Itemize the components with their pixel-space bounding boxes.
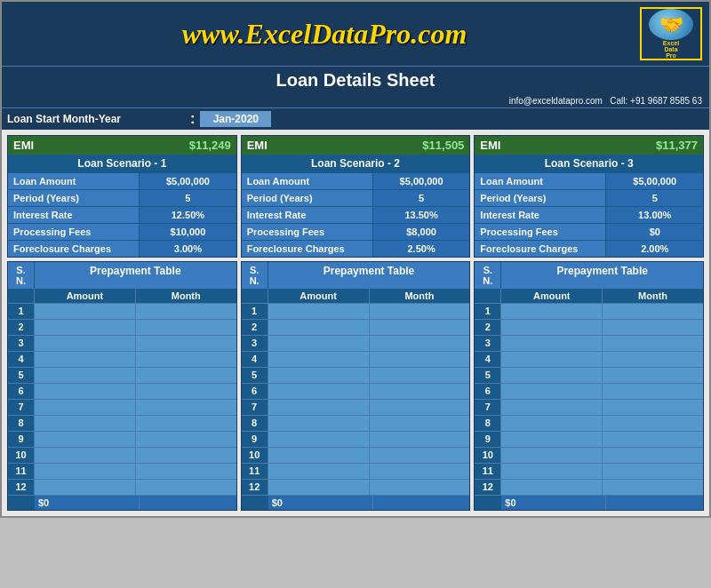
data-value[interactable]: 2.50% bbox=[373, 241, 470, 257]
prepayment-data-row: 11 bbox=[8, 463, 236, 479]
prep-month[interactable] bbox=[603, 416, 703, 431]
contact-info: info@exceldatapro.com Call: +91 9687 858… bbox=[2, 94, 709, 107]
prep-month[interactable] bbox=[136, 400, 236, 415]
prep-month[interactable] bbox=[136, 336, 236, 351]
prep-sn: 4 bbox=[8, 352, 35, 367]
prep-month[interactable] bbox=[603, 352, 703, 367]
prep-month[interactable] bbox=[136, 384, 236, 399]
prep-amount[interactable] bbox=[35, 352, 136, 367]
prep-amount[interactable] bbox=[35, 416, 136, 431]
data-label: Period (Years) bbox=[475, 190, 606, 206]
prep-amount[interactable] bbox=[501, 352, 603, 367]
prep-month[interactable] bbox=[370, 448, 470, 463]
prep-amount[interactable] bbox=[501, 464, 603, 479]
prep-month[interactable] bbox=[370, 368, 470, 383]
prep-month[interactable] bbox=[603, 432, 703, 447]
loan-start-value[interactable]: Jan-2020 bbox=[200, 111, 271, 127]
prep-amount[interactable] bbox=[35, 432, 136, 447]
prep-amount[interactable] bbox=[268, 384, 370, 399]
prep-month[interactable] bbox=[370, 304, 470, 319]
prep-month[interactable] bbox=[136, 304, 236, 319]
prep-amount[interactable] bbox=[35, 384, 136, 399]
prep-amount[interactable] bbox=[501, 384, 603, 399]
prep-month[interactable] bbox=[136, 352, 236, 367]
prep-month[interactable] bbox=[603, 400, 703, 415]
prep-amount[interactable] bbox=[501, 432, 603, 447]
prep-amount[interactable] bbox=[35, 320, 136, 335]
prep-amount[interactable] bbox=[35, 464, 136, 479]
prep-amount[interactable] bbox=[268, 464, 370, 479]
prep-amount[interactable] bbox=[35, 304, 136, 319]
data-value[interactable]: $8,000 bbox=[373, 224, 470, 240]
prepayment-data-row: 7 bbox=[8, 399, 236, 415]
prep-sn: 1 bbox=[8, 304, 35, 319]
prep-amount[interactable] bbox=[268, 336, 370, 351]
prep-amount[interactable] bbox=[35, 448, 136, 463]
prep-month[interactable] bbox=[370, 480, 470, 495]
prep-month[interactable] bbox=[603, 480, 703, 495]
prep-amount[interactable] bbox=[501, 320, 603, 335]
prep-amount[interactable] bbox=[35, 336, 136, 351]
prep-amount[interactable] bbox=[268, 448, 370, 463]
prep-month[interactable] bbox=[603, 320, 703, 335]
data-value[interactable]: 3.00% bbox=[140, 241, 236, 257]
data-value[interactable]: 5 bbox=[606, 190, 703, 206]
prep-month[interactable] bbox=[136, 368, 236, 383]
prep-amount[interactable] bbox=[35, 480, 136, 495]
prep-month[interactable] bbox=[136, 416, 236, 431]
data-value[interactable]: 5 bbox=[373, 190, 470, 206]
prep-month[interactable] bbox=[603, 448, 703, 463]
prep-month[interactable] bbox=[370, 464, 470, 479]
data-value[interactable]: $10,000 bbox=[140, 224, 236, 240]
prep-amount[interactable] bbox=[35, 400, 136, 415]
prep-month[interactable] bbox=[136, 464, 236, 479]
prep-month[interactable] bbox=[603, 384, 703, 399]
prep-amount[interactable] bbox=[35, 368, 136, 383]
prep-amount[interactable] bbox=[268, 320, 370, 335]
prep-amount[interactable] bbox=[501, 480, 603, 495]
data-value[interactable]: 13.50% bbox=[373, 207, 470, 223]
prep-month[interactable] bbox=[370, 320, 470, 335]
col-sn bbox=[475, 289, 501, 303]
data-value[interactable]: 13.00% bbox=[606, 207, 703, 223]
prep-month[interactable] bbox=[370, 432, 470, 447]
prep-amount[interactable] bbox=[501, 368, 603, 383]
prep-amount[interactable] bbox=[501, 448, 603, 463]
data-value[interactable]: $5,00,000 bbox=[606, 173, 703, 189]
site-title: www.ExcelDataPro.com bbox=[182, 18, 467, 50]
prep-month[interactable] bbox=[370, 400, 470, 415]
prep-sn: 11 bbox=[242, 464, 268, 479]
prep-month[interactable] bbox=[136, 480, 236, 495]
prep-month[interactable] bbox=[603, 336, 703, 351]
prep-month[interactable] bbox=[603, 368, 703, 383]
prep-month[interactable] bbox=[370, 352, 470, 367]
prep-amount[interactable] bbox=[501, 400, 603, 415]
data-value[interactable]: 2.00% bbox=[606, 241, 703, 257]
prep-month[interactable] bbox=[136, 448, 236, 463]
prep-amount[interactable] bbox=[268, 304, 370, 319]
data-value[interactable]: $0 bbox=[606, 224, 703, 240]
prep-month[interactable] bbox=[603, 304, 703, 319]
prep-month[interactable] bbox=[603, 464, 703, 479]
data-value[interactable]: 12.50% bbox=[140, 207, 236, 223]
prep-amount[interactable] bbox=[268, 432, 370, 447]
prep-amount[interactable] bbox=[501, 336, 603, 351]
data-value[interactable]: $5,00,000 bbox=[140, 173, 236, 189]
prep-sn: 2 bbox=[8, 320, 35, 335]
prep-month[interactable] bbox=[136, 320, 236, 335]
prep-amount[interactable] bbox=[268, 416, 370, 431]
prep-amount[interactable] bbox=[268, 368, 370, 383]
prep-amount[interactable] bbox=[501, 304, 603, 319]
prep-month[interactable] bbox=[370, 384, 470, 399]
prep-amount[interactable] bbox=[268, 480, 370, 495]
prep-amount[interactable] bbox=[501, 416, 603, 431]
prep-month[interactable] bbox=[370, 416, 470, 431]
prep-month[interactable] bbox=[370, 336, 470, 351]
scenario-title-2: Loan Scenario - 2 bbox=[242, 155, 470, 172]
prepayment-block-3: S. N.Prepayment TableAmountMonth12345678… bbox=[474, 261, 704, 511]
prep-month[interactable] bbox=[136, 432, 236, 447]
data-value[interactable]: $5,00,000 bbox=[373, 173, 470, 189]
prep-amount[interactable] bbox=[268, 352, 370, 367]
prep-amount[interactable] bbox=[268, 400, 370, 415]
data-value[interactable]: 5 bbox=[140, 190, 236, 206]
